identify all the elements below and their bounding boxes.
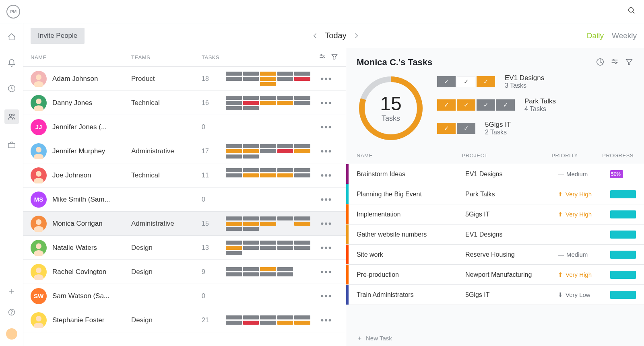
avatar <box>31 95 47 111</box>
new-task-button[interactable]: ＋ New Task <box>346 330 644 346</box>
more-icon[interactable]: ••• <box>314 122 339 132</box>
more-icon[interactable]: ••• <box>314 74 339 84</box>
team-row[interactable]: MSMike Smith (Sam...0••• <box>23 187 346 212</box>
more-icon[interactable]: ••• <box>314 315 339 325</box>
task-count: 17 <box>202 148 226 155</box>
bell-icon[interactable] <box>7 58 17 68</box>
svg-point-29 <box>34 323 43 328</box>
person-name: Jennifer Murphey <box>52 147 131 155</box>
task-count: 9 <box>202 268 226 276</box>
task-name: Implementation <box>357 211 465 218</box>
task-name: Gather website numbers <box>357 231 465 238</box>
team-row[interactable]: Monica CorriganAdministrative15••• <box>23 212 346 236</box>
avatar <box>31 167 47 183</box>
task-row[interactable]: Gather website numbersEV1 Designs <box>346 224 644 245</box>
team-row[interactable]: Jennifer MurpheyAdministrative17••• <box>23 139 346 163</box>
task-project: Reserve Housing <box>465 251 558 258</box>
more-icon[interactable]: ••• <box>314 170 339 181</box>
task-donut: 15 Tasks <box>357 74 425 142</box>
project-summary[interactable]: ✓✓✓✓Park Talks4 Tasks <box>437 97 634 113</box>
col-name: NAME <box>31 54 131 60</box>
home-icon[interactable] <box>7 32 17 42</box>
pie-icon[interactable] <box>596 58 605 68</box>
clock-icon[interactable] <box>7 84 17 93</box>
more-icon[interactable]: ••• <box>314 267 339 277</box>
task-count: 0 <box>202 196 226 203</box>
more-icon[interactable]: ••• <box>314 243 339 253</box>
team-row[interactable]: JJJennifer Jones (...0••• <box>23 115 346 139</box>
task-row[interactable]: Planning the Big EventPark Talks⬆Very Hi… <box>346 184 644 204</box>
team-row[interactable]: Danny JonesTechnical16••• <box>23 91 346 115</box>
task-progress: 50% <box>610 170 636 178</box>
svg-point-26 <box>36 268 41 273</box>
col-tasks: TASKS <box>202 54 226 60</box>
toolbar: Invite People Today Daily Weekly <box>23 23 644 48</box>
more-icon[interactable]: ••• <box>314 291 339 301</box>
project-summary[interactable]: ✓✓5Gigs IT2 Tasks <box>437 121 634 136</box>
status-chips: ✓✓ <box>437 123 475 134</box>
team-row[interactable]: Natalie WatersDesign13••• <box>23 236 346 260</box>
task-row[interactable]: Implementation5Gigs IT⬆Very High <box>346 204 644 224</box>
task-row[interactable]: Site workReserve Housing—Medium <box>346 245 644 265</box>
svg-point-15 <box>34 81 43 87</box>
date-prev-icon[interactable] <box>311 32 319 40</box>
settings-icon[interactable] <box>318 53 326 62</box>
more-icon[interactable]: ••• <box>314 194 339 205</box>
person-team: Design <box>131 268 202 276</box>
nav-rail <box>0 23 23 346</box>
team-row[interactable]: Stephanie FosterDesign21••• <box>23 308 346 332</box>
view-daily[interactable]: Daily <box>587 31 604 40</box>
task-row[interactable]: Pre-productionNewport Manufacturing⬆Very… <box>346 265 644 285</box>
task-bars <box>226 315 314 325</box>
task-bars <box>226 72 314 86</box>
task-progress <box>610 271 636 279</box>
date-next-icon[interactable] <box>352 32 360 40</box>
task-project: Park Talks <box>465 191 558 198</box>
help-icon[interactable] <box>7 307 17 317</box>
task-priority: ⬇Very Low <box>558 291 610 299</box>
team-row[interactable]: Joe JohnsonTechnical11••• <box>23 163 346 187</box>
person-name: Monica Corrigan <box>52 220 131 228</box>
team-row[interactable]: Adam JohnsonProduct18••• <box>23 67 346 91</box>
sliders-icon[interactable] <box>610 58 619 68</box>
plus-icon[interactable] <box>7 286 17 296</box>
col-task-progress: PROGRESS <box>602 152 634 159</box>
filter-icon[interactable] <box>625 58 634 68</box>
people-icon[interactable] <box>4 109 19 124</box>
svg-point-24 <box>36 243 41 249</box>
svg-point-9 <box>11 314 12 314</box>
task-bars <box>226 168 314 183</box>
more-icon[interactable]: ••• <box>314 146 339 157</box>
task-table-header: NAME PROJECT PRIORITY PROGRESS <box>346 147 644 164</box>
current-user-avatar[interactable] <box>6 328 17 340</box>
avatar <box>31 312 47 328</box>
task-progress <box>610 210 636 218</box>
briefcase-icon[interactable] <box>7 140 17 150</box>
team-row[interactable]: SWSam Watson (Sa...0••• <box>23 284 346 308</box>
task-bars <box>226 96 314 110</box>
task-count: 18 <box>202 75 226 82</box>
team-table-header: NAME TEAMS TASKS <box>23 48 346 67</box>
filter-icon[interactable] <box>330 53 339 62</box>
team-row[interactable]: Rachel CovingtonDesign9••• <box>23 260 346 284</box>
task-count: 21 <box>202 317 226 324</box>
svg-point-23 <box>34 226 43 232</box>
task-progress <box>610 231 636 239</box>
person-name: Joe Johnson <box>52 171 131 179</box>
task-row[interactable]: Train Administrators5Gigs IT⬇Very Low <box>346 285 644 305</box>
task-bars <box>226 144 314 159</box>
col-task-project: PROJECT <box>462 152 552 159</box>
task-project: 5Gigs IT <box>465 291 558 299</box>
svg-point-16 <box>36 99 41 104</box>
task-row[interactable]: Brainstorm IdeasEV1 Designs—Medium50% <box>346 164 644 184</box>
view-weekly[interactable]: Weekly <box>612 31 637 40</box>
more-icon[interactable]: ••• <box>314 218 339 229</box>
project-count: 3 Tasks <box>505 82 544 89</box>
svg-point-21 <box>34 178 43 183</box>
invite-button[interactable]: Invite People <box>31 28 85 44</box>
app-logo[interactable]: PM <box>6 5 20 19</box>
search-icon[interactable] <box>627 6 636 17</box>
more-icon[interactable]: ••• <box>314 98 339 108</box>
priority-stripe <box>346 265 349 284</box>
project-summary[interactable]: ✓✓✓EV1 Designs3 Tasks <box>437 74 634 89</box>
